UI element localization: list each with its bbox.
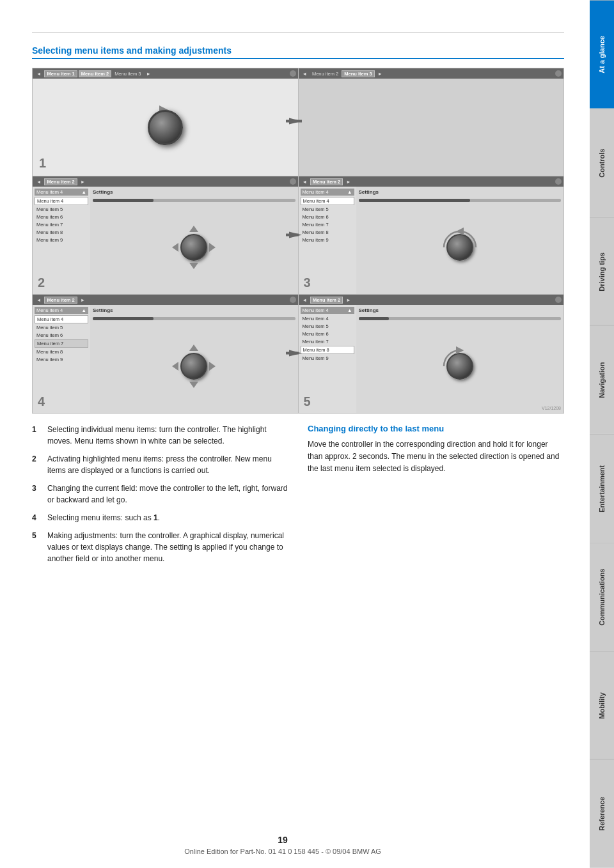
- right-instructions: Changing directly to the last menu Move …: [308, 424, 564, 571]
- instr-num-5: 5: [32, 530, 42, 564]
- rotation-arrows-3: [434, 222, 485, 273]
- transition-arrow-mid: [286, 226, 311, 245]
- instr-text-5: Making adjustments: turn the controller.…: [47, 530, 288, 564]
- rotation-arrows-5: [434, 341, 485, 392]
- instructions-area: 1 Selecting individual menu items: turn …: [32, 424, 564, 571]
- right-section-heading: Changing directly to the last menu: [308, 424, 564, 433]
- svg-rect-5: [286, 352, 299, 355]
- instr-text-2: Activating highlighted menu items: press…: [47, 453, 288, 476]
- instr-num-2: 2: [32, 453, 42, 476]
- sidebar-tab-communications[interactable]: Communications: [590, 543, 614, 651]
- sidebar-tab-mobility[interactable]: Mobility: [590, 651, 614, 760]
- step-label-1: 1: [39, 156, 46, 171]
- instr-num-3: 3: [32, 483, 42, 506]
- right-section-text: Move the controller in the corresponding…: [308, 438, 564, 476]
- main-content: Selecting menu items and making adjustme…: [0, 0, 590, 868]
- step-label-4: 4: [38, 394, 45, 409]
- instr-text-1: Selecting individual menu items: turn th…: [47, 424, 288, 447]
- diagram-panel-2: ◄Menu item 2Menu item 3►: [299, 68, 564, 176]
- knob-container-1: [133, 95, 197, 159]
- diagram-panel-3: ◄Menu item 2► Menu item 4▲ Menu item 4 M…: [33, 176, 298, 295]
- instr-num-4: 4: [32, 512, 42, 523]
- sidebar-tab-at-a-glance[interactable]: At a glance: [590, 0, 614, 109]
- sidebar-tab-reference[interactable]: Reference: [590, 759, 614, 868]
- diagram-panel-4: ◄Menu item 2► Menu item 4▲ Menu item 4 M…: [299, 176, 564, 295]
- instruction-1: 1 Selecting individual menu items: turn …: [32, 424, 288, 447]
- sidebar-tab-navigation[interactable]: Navigation: [590, 325, 614, 434]
- diagram-caption: V12/1208: [542, 406, 561, 410]
- diagrams-area: ◄Menu item 1Menu item 2Menu item 3►: [32, 68, 564, 414]
- instruction-5: 5 Making adjustments: turn the controlle…: [32, 530, 288, 564]
- instruction-2: 2 Activating highlighted menu items: pre…: [32, 453, 288, 476]
- instr-text-4: Selecting menu items: such as 1.: [47, 512, 288, 523]
- sidebar-tab-controls[interactable]: Controls: [590, 109, 614, 217]
- sidebar-tab-entertainment[interactable]: Entertainment: [590, 434, 614, 543]
- transition-arrow-top: [286, 112, 311, 131]
- svg-rect-3: [286, 234, 299, 236]
- svg-rect-1: [286, 120, 302, 123]
- diagram-panel-6: ◄Menu item 2► Menu item 4▲ Menu item 4 M…: [299, 295, 564, 413]
- sidebar-tab-driving-tips[interactable]: Driving tips: [590, 217, 614, 326]
- instr-num-1: 1: [32, 424, 42, 447]
- sidebar: At a glance Controls Driving tips Naviga…: [590, 0, 614, 868]
- footer-text: Online Edition for Part-No. 01 41 0 158 …: [0, 848, 565, 855]
- diagram-panel-1: ◄Menu item 1Menu item 2Menu item 3►: [33, 68, 299, 176]
- page-number: 19: [0, 835, 565, 845]
- instruction-4: 4 Selecting menu items: such as 1.: [32, 512, 288, 523]
- left-instructions: 1 Selecting individual menu items: turn …: [32, 424, 288, 571]
- instr-text-3: Changing the current field: move the con…: [47, 483, 288, 506]
- instruction-3: 3 Changing the current field: move the c…: [32, 483, 288, 506]
- transition-arrow-bot: [286, 344, 311, 363]
- step-label-5: 5: [304, 394, 311, 409]
- step-label-3: 3: [304, 275, 311, 290]
- bottom-diagram-grid: ◄Menu item 2► Menu item 4▲ Menu item 4 M…: [32, 176, 564, 414]
- diagram-panel-5: ◄Menu item 2► Menu item 4▲ Menu item 4 M…: [33, 295, 298, 413]
- section-heading: Selecting menu items and making adjustme…: [32, 45, 564, 59]
- step-label-2: 2: [38, 275, 45, 290]
- page-footer: 19 Online Edition for Part-No. 01 41 0 1…: [0, 835, 565, 855]
